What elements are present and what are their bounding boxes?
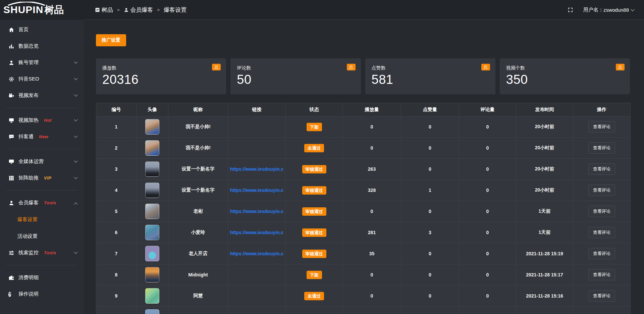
cell-comments: 0 [459, 116, 516, 138]
sidebar-item-label: 会员爆客 [18, 200, 39, 206]
topbar-right: 用户名： zswodun88 [568, 7, 644, 13]
brand-logo[interactable]: SHUPIN 树品 [0, 3, 84, 17]
cell-link: https://www.iesdouyin.c [228, 222, 286, 243]
sidebar-item-member-burst[interactable]: 会员爆客 Tools [0, 195, 84, 211]
status-badge[interactable]: 下架 [307, 123, 322, 131]
cell-num: 5 [96, 201, 137, 222]
monitor-heat-icon [8, 117, 14, 123]
promo-settings-button[interactable]: 推广设置 [96, 34, 126, 46]
sidebar-item-label: 视频加热 [18, 117, 39, 123]
table-body: 1 我不是小帅! 下架 0 0 0 [96, 116, 631, 314]
table-row: 1 我不是小帅! 下架 0 0 0 [96, 116, 631, 138]
cell-publish-time: 20小时前 [516, 116, 573, 138]
cell-avatar [137, 243, 168, 264]
user-menu[interactable]: 用户名： zswodun88 [583, 7, 634, 13]
view-comments-button[interactable]: 查看评论 [588, 206, 615, 217]
status-badge[interactable]: 下架 [307, 271, 322, 279]
video-link[interactable]: https://www.iesdouyin.c [230, 251, 284, 256]
wallet-icon [8, 275, 14, 281]
cell-num: 2 [96, 138, 137, 159]
breadcrumb-item-section[interactable]: 会员爆客 [124, 6, 153, 14]
avatar [145, 246, 159, 261]
cell-num: 1 [96, 116, 137, 138]
cell-actions: 查看评论 [573, 138, 631, 159]
cell-link [228, 285, 286, 307]
fullscreen-button[interactable] [568, 7, 573, 13]
status-badge[interactable]: 审核通过 [302, 207, 326, 216]
sidebar-item-spend-detail[interactable]: 消费明细 [0, 269, 84, 286]
avatar [145, 119, 159, 135]
status-badge[interactable]: 未通过 [304, 144, 324, 152]
view-comments-button[interactable]: 查看评论 [588, 290, 615, 302]
col-header-likes: 点赞量 [401, 103, 459, 116]
cell-actions: 查看评论 [573, 159, 631, 180]
sidebar-divider [6, 108, 78, 108]
breadcrumb-item-home[interactable]: 树品 [95, 6, 113, 14]
sidebar-subitem-activity-settings[interactable]: 活动设置 [0, 228, 84, 245]
status-badge[interactable]: 审核通过 [302, 250, 326, 258]
table-row: 3 设置一个新名字 https://www.iesdouyin.c 审核通过 2… [96, 159, 631, 180]
sidebar-item-home[interactable]: 首页 [0, 21, 84, 38]
avatar [145, 140, 159, 156]
sidebar-item-douketong[interactable]: 抖客通 New [0, 128, 84, 145]
username-label: 用户名： [583, 7, 603, 13]
cell-avatar [137, 285, 168, 307]
cell-status: 下架 [286, 264, 343, 285]
cell-likes: 0 [401, 138, 459, 159]
video-link[interactable]: https://www.iesdouyin.c [230, 166, 284, 172]
sidebar-item-label: 操作说明 [18, 291, 39, 297]
breadcrumb-label: 爆客设置 [164, 6, 186, 14]
view-comments-button[interactable]: 查看评论 [588, 185, 615, 196]
sidebar-item-account[interactable]: 账号管理 [0, 54, 84, 71]
avatar [145, 225, 159, 240]
stat-value: 350 [506, 73, 624, 86]
status-badge[interactable]: 未通过 [304, 292, 324, 300]
sidebar-subitem-label: 爆客设置 [17, 216, 38, 223]
stat-card-likes: 点赞数 581 总 [365, 58, 495, 94]
cell-nickname: 阿慧 [168, 285, 228, 307]
sidebar-item-omnimedia[interactable]: 全媒体运营 [0, 153, 84, 170]
sidebar-item-data-overview[interactable]: 数据总览 [0, 38, 84, 54]
view-comments-button[interactable]: 查看评论 [588, 269, 615, 280]
chevron-down-icon [74, 250, 77, 254]
cell-nickname: 设置一个新名字 [168, 180, 228, 201]
video-link[interactable]: https://www.iesdouyin.c [230, 188, 284, 193]
cell-link [228, 307, 286, 314]
view-comments-button[interactable]: 查看评论 [588, 227, 615, 238]
video-link[interactable]: https://www.iesdouyin.c [230, 209, 284, 214]
cell-comments: 0 [459, 180, 516, 201]
chevron-down-icon [74, 159, 77, 162]
avatar [145, 267, 159, 282]
cell-likes: 1 [401, 180, 459, 201]
total-badge: 总 [616, 64, 625, 70]
avatar [145, 309, 159, 314]
stat-card-videos: 视频个数 350 总 [500, 58, 630, 94]
view-comments-button[interactable]: 查看评论 [588, 121, 615, 133]
chat-icon [8, 134, 14, 140]
sidebar-item-douyin-seo[interactable]: 抖音SEO [0, 71, 84, 87]
status-badge[interactable]: 审核通过 [302, 186, 326, 195]
sidebar-item-video-publish[interactable]: 视频发布 [0, 87, 84, 104]
sidebar-item-help[interactable]: 操作说明 [0, 286, 84, 302]
status-badge[interactable]: 审核通过 [302, 228, 326, 237]
total-badge: 总 [212, 64, 221, 70]
sidebar-item-label: 消费明细 [18, 274, 39, 281]
sidebar-item-video-heat[interactable]: 视频加热 Hot [0, 112, 84, 128]
sidebar-item-matrix-boost[interactable]: 矩阵助推 VIP [0, 170, 84, 186]
cell-plays: 0 [343, 285, 401, 307]
view-comments-button[interactable]: 查看评论 [588, 163, 615, 175]
stat-value: 50 [237, 73, 355, 86]
cell-publish-time: 20小时前 [516, 180, 573, 201]
status-badge[interactable]: 审核通过 [302, 165, 326, 173]
cell-actions: 查看评论 [573, 243, 631, 264]
sidebar-item-lead-monitor[interactable]: 线索监控 Tools [0, 245, 84, 261]
cell-plays: 35 [343, 243, 401, 264]
video-link[interactable]: https://www.iesdouyin.c [230, 230, 284, 235]
cell-likes: 0 [401, 201, 459, 222]
view-comments-button[interactable]: 查看评论 [588, 248, 615, 259]
stat-label: 评论数 [237, 65, 355, 71]
sidebar-subitem-burst-settings[interactable]: 爆客设置 [0, 211, 84, 228]
cell-publish-time [516, 307, 573, 314]
view-comments-button[interactable]: 查看评论 [588, 142, 615, 154]
cell-publish-time: 1天前 [516, 201, 573, 222]
